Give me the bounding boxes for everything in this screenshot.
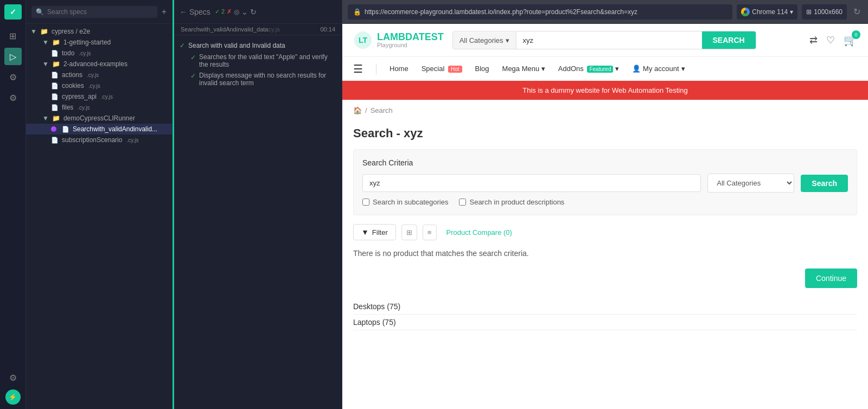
fail-indicator: ✗ [227, 8, 232, 15]
chrome-dropdown-icon[interactable]: ▾ [790, 8, 793, 16]
results-panel: ← Specs ✓ 2 ✗ ◎ ⌄ ↻ Searchwith_validAndi… [174, 0, 342, 409]
bottom-settings-icon[interactable]: ⚙ [4, 369, 22, 386]
checkbox-subcategories[interactable] [362, 199, 369, 206]
results-body: ✓ Search with valid and Invalid data ✓ S… [174, 35, 342, 409]
icon-sidebar: ✓ ⊞ ▷ ⚙ ⚙ ⚙ ⚡ [0, 0, 26, 409]
tree-file-cookies[interactable]: 📄 cookies.cy.js [26, 80, 172, 91]
wishlist-icon[interactable]: ♡ [826, 34, 835, 46]
checkbox-descriptions[interactable] [459, 199, 466, 206]
breadcrumb-home-icon[interactable]: 🏠 [353, 106, 362, 114]
red-banner: This is a dummy website for Web Automati… [342, 81, 868, 100]
criteria-category-select[interactable]: All Categories [707, 174, 794, 193]
cart-badge: 0 [852, 30, 860, 39]
back-button[interactable]: ← Specs [180, 8, 210, 16]
bottom-help-icon[interactable]: ⚡ [5, 389, 21, 405]
integrations-icon[interactable]: ⚙ [4, 89, 22, 106]
svg-text:LT: LT [359, 36, 368, 44]
add-spec-icon[interactable]: + [162, 7, 167, 17]
test-item-0: ✓ Searches for the valid text "Apple" an… [180, 52, 336, 70]
checkbox-descriptions-label[interactable]: Search in product descriptions [459, 198, 564, 206]
logo-main-text: LAMBDATEST [377, 32, 444, 42]
tree-file-actions[interactable]: 📄 actions.cy.js [26, 69, 172, 80]
criteria-search-input[interactable] [362, 174, 701, 192]
settings-icon-1[interactable]: ⚙ [4, 68, 22, 86]
category-laptops[interactable]: Laptops (75) [353, 315, 857, 330]
tree-file-todo[interactable]: 📄 todo.cy.js [26, 48, 172, 59]
folder-icon-advanced: 📁 [52, 60, 60, 68]
site-search-bar: All Categories ▾ SEARCH [452, 31, 756, 49]
header-icons: ⇄ ♡ 🛒 0 [809, 34, 857, 47]
filter-bar: ▼ Filter ⊞ ≡ Product Compare (0) [353, 224, 857, 240]
url-box: 🔒 https://ecommerce-playground.lambdates… [348, 4, 732, 20]
filter-icon: ▼ [361, 228, 369, 237]
tree-file-searchwith[interactable]: 📄 Searchwith_validAndinvalid... [26, 124, 172, 135]
nav-home[interactable]: Home [390, 59, 409, 78]
criteria-row: All Categories Search [362, 174, 848, 193]
nav-blog[interactable]: Blog [475, 59, 489, 78]
results-panel-wrapper: ← Specs ✓ 2 ✗ ◎ ⌄ ↻ Searchwith_validAndi… [173, 0, 342, 409]
file-icon-actions: 📄 [51, 72, 59, 79]
test-group: ✓ Search with valid and Invalid data ✓ S… [174, 40, 342, 91]
site-nav: ☰ Home Special Hot Blog Mega Menu ▾ AddO… [342, 57, 868, 81]
criteria-search-button[interactable]: Search [801, 175, 848, 192]
nav-mega-menu[interactable]: Mega Menu ▾ [502, 59, 545, 78]
logo-text-area: LAMBDATEST Playground [377, 32, 444, 48]
chrome-icon [741, 8, 750, 16]
tree-file-files[interactable]: 📄 files.cy.js [26, 102, 172, 113]
product-compare-link[interactable]: Product Compare (0) [446, 228, 512, 237]
results-filename: Searchwith_validAndinvalid_datacy.js 00:… [174, 24, 342, 35]
list-view-button[interactable]: ≡ [423, 225, 437, 240]
check-icon-1: ✓ [190, 72, 196, 80]
nav-addons[interactable]: AddOns Featured ▾ [558, 59, 619, 78]
search-criteria-box: Search Criteria All Categories Search Se… [353, 149, 857, 215]
tree-folder-demo[interactable]: ▼ 📁 demoCypressCLIRunner [26, 113, 172, 124]
cart-icon[interactable]: 🛒 0 [844, 34, 857, 47]
tree-file-subscription[interactable]: 📄 subscriptionScenario.cy.js [26, 135, 172, 145]
file-icon-cookies: 📄 [51, 82, 59, 90]
search-category-dropdown[interactable]: All Categories ▾ [453, 32, 516, 49]
resolution-icon: ⊞ [806, 8, 812, 16]
logo-area: LT LAMBDATEST Playground [353, 30, 444, 50]
test-item-1: ✓ Displays message with no search result… [180, 70, 336, 88]
pass-count: ✓ 2 [215, 8, 225, 15]
category-list: Desktops (75) Laptops (75) [353, 299, 857, 330]
file-panel: 🔍 + ▼ 📁 cypress / e2e ▼ 📁 1-getting-star… [26, 0, 173, 409]
nav-special[interactable]: Special Hot [422, 59, 462, 78]
tree-folder-advanced[interactable]: ▼ 📁 2-advanced-examples [26, 59, 172, 69]
test-group-header: ✓ Search with valid and Invalid data [180, 42, 336, 49]
reload-browser-icon[interactable]: ↻ [851, 4, 863, 19]
site-search-input[interactable] [516, 32, 702, 49]
lock-icon: 🔒 [353, 8, 361, 16]
criteria-title: Search Criteria [362, 158, 848, 167]
checkbox-subcategories-label[interactable]: Search in subcategories [362, 198, 448, 206]
file-icon-cypress-api: 📄 [51, 93, 59, 100]
file-panel-header: 🔍 + [26, 0, 172, 24]
hamburger-icon[interactable]: ☰ [353, 62, 363, 75]
filter-button[interactable]: ▼ Filter [353, 224, 396, 240]
results-header: ← Specs ✓ 2 ✗ ◎ ⌄ ↻ [174, 0, 342, 24]
folder-icon-demo: 📁 [52, 114, 60, 122]
reload-icon[interactable]: ↻ [250, 8, 257, 16]
grid-view-button[interactable]: ⊞ [401, 225, 417, 240]
person-icon: 👤 [632, 65, 641, 73]
url-text[interactable]: https://ecommerce-playground.lambdatest.… [365, 8, 727, 16]
search-box: 🔍 [31, 6, 157, 18]
category-chevron-icon: ▾ [506, 36, 509, 44]
status-icons: ✓ 2 ✗ ◎ ⌄ ↻ [215, 8, 257, 16]
compare-icon[interactable]: ⇄ [809, 34, 818, 46]
run-icon[interactable]: ▷ [4, 48, 22, 65]
search-input[interactable] [47, 8, 153, 16]
file-tree-icon[interactable]: ⊞ [4, 27, 22, 44]
file-tree: ▼ 📁 cypress / e2e ▼ 📁 1-getting-started … [26, 24, 172, 409]
tree-file-cypress-api[interactable]: 📄 cypress_api.cy.js [26, 91, 172, 102]
site-search-button[interactable]: SEARCH [702, 31, 756, 49]
category-desktops[interactable]: Desktops (75) [353, 299, 857, 315]
no-results-text: There is no product that matches the sea… [353, 249, 857, 258]
resolution-badge: ⊞ 1000x660 [802, 4, 847, 20]
criteria-checkboxes: Search in subcategories Search in produc… [362, 198, 848, 206]
nav-my-account[interactable]: 👤 My account ▾ [632, 59, 685, 78]
continue-button[interactable]: Continue [805, 269, 857, 288]
expand-icon[interactable]: ⌄ [241, 8, 248, 16]
tree-folder-getting-started[interactable]: ▼ 📁 1-getting-started [26, 37, 172, 48]
tree-root[interactable]: ▼ 📁 cypress / e2e [26, 26, 172, 37]
